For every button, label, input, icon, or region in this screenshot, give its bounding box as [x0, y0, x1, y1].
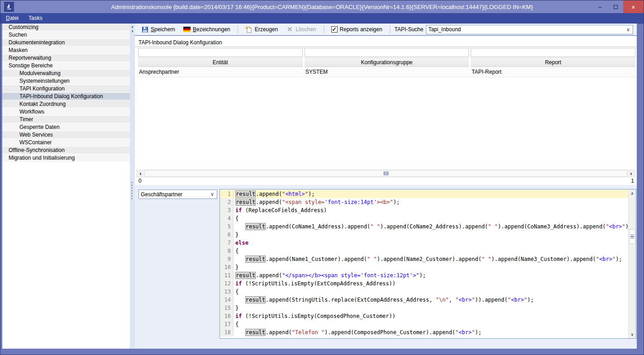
- editor-line[interactable]: 13{: [220, 288, 628, 296]
- sidebar-item[interactable]: Gesperrte Daten: [2, 123, 130, 131]
- create-button[interactable]: Erzeugen: [243, 25, 281, 34]
- minimize-button[interactable]: –: [592, 0, 608, 13]
- scroll-right-icon[interactable]: ›: [627, 170, 635, 177]
- line-number: 4: [220, 214, 234, 222]
- scroll-up-icon[interactable]: ∧: [629, 189, 636, 197]
- editor-line[interactable]: 15}: [220, 304, 628, 312]
- code-text: }: [234, 304, 239, 312]
- editor-line[interactable]: 6}: [220, 231, 628, 239]
- editor-line[interactable]: 7else: [220, 239, 628, 247]
- sidebar-item[interactable]: Offline-Synchronisation: [2, 147, 130, 154]
- editor-line[interactable]: 3if (ReplaceCoFields_Address): [220, 206, 628, 214]
- menubar: Datei Tasks: [0, 13, 644, 24]
- sidebar-collapse-icon[interactable]: ‹›: [130, 25, 134, 33]
- line-number: 9: [220, 255, 234, 263]
- line-number: 10: [220, 263, 234, 271]
- editor-line[interactable]: 8{: [220, 247, 628, 255]
- table-row[interactable]: AnsprechpartnerSYSTEMTAPI-Report: [138, 67, 635, 77]
- sidebar-item[interactable]: Reportverwaltung: [2, 54, 130, 62]
- sidebar-item[interactable]: Migration und Initialisierung: [2, 154, 130, 162]
- scroll-down-icon[interactable]: ∨: [629, 331, 636, 338]
- line-number: 5: [220, 222, 234, 231]
- code-text: {: [234, 247, 239, 255]
- reports-checkbox[interactable]: ✓: [331, 26, 338, 33]
- editor-line[interactable]: 10}: [220, 263, 628, 271]
- code-text: result.append("Telefon ").append(Compose…: [234, 328, 482, 336]
- column-header[interactable]: Entität: [138, 57, 303, 67]
- main-area: Speichern Bezeichnungen: [135, 24, 637, 349]
- editor-line[interactable]: 17{: [220, 320, 628, 328]
- save-button[interactable]: Speichern: [138, 25, 178, 34]
- editor-vertical-scrollbar[interactable]: ∧ ∨: [628, 189, 636, 338]
- column-header[interactable]: Report: [471, 57, 635, 67]
- editor-line[interactable]: 2result.append("<span style='font-size:1…: [220, 198, 628, 206]
- editor-line[interactable]: 14 result.append(StringUtils.replace(Ext…: [220, 296, 628, 304]
- code-text: {: [234, 288, 239, 296]
- splitter-grip-icon[interactable]: [131, 180, 133, 201]
- column-filter-input[interactable]: [305, 48, 469, 57]
- table-cell[interactable]: SYSTEM: [305, 67, 469, 77]
- menu-tasks[interactable]: Tasks: [29, 15, 43, 21]
- reports-toggle[interactable]: ✓ Reports anzeigen: [329, 25, 385, 33]
- table-header-row: EntitätKonfigurationsgruppeReport: [138, 57, 635, 67]
- reports-checkbox-label: Reports anzeigen: [340, 26, 382, 33]
- window-controls: – ×: [592, 0, 644, 13]
- editor-lines[interactable]: 1result.append("<html>");2result.append(…: [220, 190, 628, 338]
- code-text: result.append("<html>");: [234, 190, 315, 198]
- editor-line[interactable]: 5 result.append(CoName1_Address).append(…: [220, 222, 628, 231]
- titlebar: Administrationskonsole {build.date=2014/…: [0, 0, 644, 13]
- table-cell[interactable]: TAPI-Report: [471, 67, 635, 77]
- scroll-left-icon[interactable]: ‹: [137, 170, 144, 177]
- sidebar-item[interactable]: TAPI Konfiguration: [2, 85, 130, 93]
- sidebar-item[interactable]: Systemeinstellungen: [2, 77, 130, 85]
- code-text: {: [234, 214, 239, 222]
- line-number: 17: [220, 320, 234, 328]
- sidebar-item[interactable]: Customizing: [2, 24, 130, 31]
- table-cell[interactable]: Ansprechpartner: [138, 67, 303, 77]
- entity-combobox[interactable]: Geschäftspartner ∨: [138, 189, 217, 199]
- delete-x-icon: ✕: [286, 26, 293, 33]
- line-number: 7: [220, 239, 234, 247]
- sidebar-item[interactable]: Suchen: [2, 31, 130, 39]
- sidebar-item[interactable]: Timer: [2, 116, 130, 123]
- line-number: 11: [220, 271, 234, 279]
- scrollbar-thumb[interactable]: [144, 170, 627, 177]
- sidebar-item[interactable]: Web Services: [2, 131, 130, 139]
- horizontal-scrollbar[interactable]: ‹ ›: [136, 170, 635, 177]
- sidebar-item[interactable]: Masken: [2, 47, 130, 54]
- scrollbar-thumb[interactable]: [629, 229, 635, 244]
- editor-line[interactable]: 11result.append("</span></b><span style=…: [220, 271, 628, 279]
- column-header[interactable]: Konfigurationsgruppe: [305, 57, 469, 67]
- editor-line[interactable]: 9 result.append(Name1_Customer).append("…: [220, 255, 628, 263]
- new-document-icon: [245, 26, 253, 33]
- create-label: Erzeugen: [255, 26, 278, 33]
- labels-button[interactable]: Bezeichnungen: [181, 25, 233, 34]
- column-filter-input[interactable]: [138, 48, 303, 57]
- sidebar-item[interactable]: Kontakt Zuordnung: [2, 100, 130, 108]
- code-editor[interactable]: 1result.append("<html>");2result.append(…: [219, 189, 636, 339]
- chevron-down-icon[interactable]: ∨: [624, 27, 633, 33]
- code-text: }: [234, 263, 239, 271]
- editor-line[interactable]: 12if (!ScriptUtils.isEmpty(ExtCompAddres…: [220, 279, 628, 288]
- line-number: 15: [220, 304, 234, 312]
- editor-line[interactable]: 16if (!ScriptUtils.isEmpty(ComposedPhone…: [220, 312, 628, 320]
- sidebar-item[interactable]: Sonstige Bereiche: [2, 62, 130, 70]
- close-button[interactable]: ×: [623, 0, 644, 13]
- tapi-search-combobox[interactable]: Tapi_Inbound ∨: [426, 25, 633, 34]
- column-filter-input[interactable]: [471, 48, 635, 57]
- sidebar-item[interactable]: Workflows: [2, 108, 130, 116]
- delete-button: ✕ Löschen: [283, 25, 319, 34]
- code-text: else: [234, 239, 248, 247]
- sidebar-item[interactable]: Dokumentenintegration: [2, 39, 130, 47]
- sidebar-item[interactable]: WSContainer: [2, 139, 130, 147]
- sidebar-item[interactable]: Modulverwaltung: [2, 70, 130, 77]
- editor-line[interactable]: 1result.append("<html>");: [220, 190, 628, 198]
- vertical-splitter[interactable]: ‹›: [130, 24, 135, 349]
- chevron-down-icon[interactable]: ∨: [208, 191, 217, 197]
- entity-combo-value: Geschäftspartner: [141, 191, 182, 198]
- maximize-button[interactable]: [608, 0, 623, 13]
- menu-datei[interactable]: Datei: [6, 15, 19, 21]
- sidebar-item[interactable]: TAPI-Inbound Dialog Konfiguration: [2, 93, 130, 100]
- editor-line[interactable]: 18 result.append("Telefon ").append(Comp…: [220, 328, 628, 336]
- editor-line[interactable]: 4{: [220, 214, 628, 222]
